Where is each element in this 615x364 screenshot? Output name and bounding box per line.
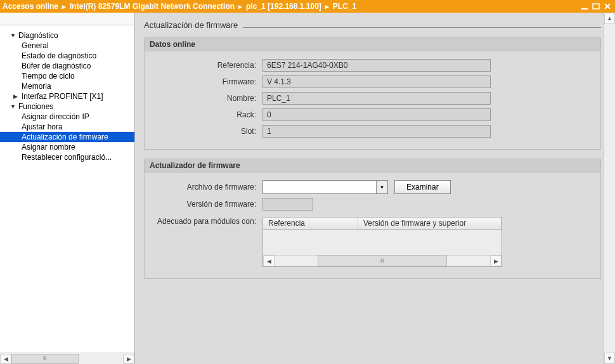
content-area: Actualización de firmware Datos online R… (135, 13, 615, 364)
scroll-up-button[interactable]: ▲ (604, 13, 615, 24)
tree-node-firmware[interactable]: Actualización de firmware (0, 132, 134, 142)
grid-hscroll[interactable]: ◀ Ⅲ ▶ (263, 255, 502, 266)
field-firmware: V 4.1.3 (262, 75, 491, 88)
grid-body (263, 230, 502, 255)
tree-label: Asignar nombre (22, 143, 75, 152)
scroll-right-button[interactable]: ▶ (490, 256, 502, 266)
breadcrumb: Accesos online ▸ Intel(R) 82579LM Gigabi… (3, 2, 579, 11)
label-archivo: Archivo de firmware: (155, 183, 262, 192)
tree-label: Asignar dirección IP (22, 112, 89, 121)
title-bar: Accesos online ▸ Intel(R) 82579LM Gigabi… (0, 0, 615, 13)
tree-label: Actualización de firmware (22, 133, 108, 141)
tree-node-ciclo[interactable]: Tiempo de ciclo (0, 71, 134, 81)
label-adecuado: Adecuado para módulos con: (155, 214, 262, 226)
grid-header: Referencia Versión de firmware y superio… (263, 218, 502, 230)
grid-col-referencia[interactable]: Referencia (263, 218, 358, 229)
tree-node-profinet[interactable]: ▶ Interfaz PROFINET [X1] (0, 91, 134, 101)
scroll-track[interactable]: Ⅲ (275, 256, 490, 266)
scroll-left-button[interactable]: ◀ (263, 256, 275, 266)
breadcrumb-item: plc_1 [192.168.1.100] (246, 2, 321, 11)
browse-button[interactable]: Examinar (394, 180, 451, 194)
minimize-button[interactable] (579, 2, 590, 11)
label-version: Versión de firmware: (155, 200, 262, 209)
tree-node-ip[interactable]: Asignar dirección IP (0, 112, 134, 122)
panel-header-online: Datos online (144, 37, 601, 51)
label-firmware: Firmware: (155, 77, 262, 86)
tree-label: General (22, 41, 49, 50)
collapse-icon: ▼ (10, 32, 16, 39)
svg-rect-0 (581, 8, 588, 10)
sidebar: ▼ Diagnóstico General Estado de diagnóst… (0, 13, 135, 364)
grid-col-version[interactable]: Versión de firmware y superior (358, 218, 502, 229)
tree-node-general[interactable]: General (0, 41, 134, 51)
tree-node-nombre[interactable]: Asignar nombre (0, 142, 134, 152)
tree-label: Memoria (22, 82, 51, 91)
tree-label: Diagnóstico (18, 31, 58, 40)
tree-label: Interfaz PROFINET [X1] (22, 92, 103, 101)
breadcrumb-item: Accesos online (3, 2, 58, 11)
scroll-thumb[interactable]: Ⅲ (11, 354, 79, 364)
label-slot: Slot: (155, 127, 262, 136)
tree-label: Ajustar hora (22, 122, 63, 131)
modules-grid: Referencia Versión de firmware y superio… (262, 217, 502, 267)
sidebar-header (0, 13, 134, 25)
scroll-left-button[interactable]: ◀ (0, 354, 11, 364)
scroll-down-button[interactable]: ▼ (604, 353, 615, 364)
nav-tree: ▼ Diagnóstico General Estado de diagnóst… (0, 25, 134, 353)
tree-label: Estado de diagnóstico (22, 51, 96, 60)
restore-button[interactable] (591, 2, 601, 11)
title-divider (243, 27, 601, 28)
field-rack: 0 (262, 108, 491, 121)
scroll-track[interactable] (604, 24, 615, 353)
firmware-updater-panel: Actualizador de firmware Archivo de firm… (144, 159, 601, 279)
tree-node-memoria[interactable]: Memoria (0, 81, 134, 91)
online-data-panel: Datos online Referencia: 6ES7 214-1AG40-… (144, 37, 601, 150)
expand-icon: ▶ (13, 93, 20, 100)
label-nombre: Nombre: (155, 94, 262, 103)
page-title: Actualización de firmware (144, 20, 238, 30)
chevron-right-icon: ▸ (238, 3, 242, 11)
collapse-icon: ▼ (10, 103, 16, 110)
close-button[interactable] (602, 2, 612, 11)
svg-rect-1 (593, 4, 599, 9)
dropdown-icon[interactable]: ▼ (376, 181, 387, 193)
breadcrumb-item: PLC_1 (333, 2, 356, 11)
scroll-track[interactable]: Ⅲ (11, 354, 123, 364)
label-referencia: Referencia: (155, 61, 262, 70)
window-controls (579, 2, 612, 11)
chevron-right-icon: ▸ (325, 3, 329, 11)
sidebar-hscroll[interactable]: ◀ Ⅲ ▶ (0, 353, 134, 364)
content-vscroll[interactable]: ▲ ▼ (604, 13, 615, 364)
field-referencia: 6ES7 214-1AG40-0XB0 (262, 59, 491, 72)
tree-node-diagnostico[interactable]: ▼ Diagnóstico (0, 30, 134, 41)
breadcrumb-item: Intel(R) 82579LM Gigabit Network Connect… (70, 2, 235, 11)
tree-node-hora[interactable]: Ajustar hora (0, 122, 134, 132)
field-nombre: PLC_1 (262, 92, 491, 105)
label-rack: Rack: (155, 110, 262, 119)
tree-node-reset[interactable]: Restablecer configuració... (0, 152, 134, 162)
field-version (262, 198, 313, 211)
tree-label: Restablecer configuració... (22, 153, 112, 162)
tree-node-funciones[interactable]: ▼ Funciones (0, 101, 134, 112)
chevron-right-icon: ▸ (62, 3, 66, 11)
firmware-file-input[interactable] (263, 181, 376, 193)
field-slot: 1 (262, 125, 491, 138)
tree-label: Tiempo de ciclo (22, 72, 75, 81)
scroll-thumb[interactable]: Ⅲ (318, 256, 447, 266)
tree-label: Búfer de diagnóstico (22, 62, 91, 70)
scroll-right-button[interactable]: ▶ (123, 354, 134, 364)
firmware-file-combo[interactable]: ▼ (262, 180, 388, 194)
panel-header-updater: Actualizador de firmware (144, 159, 601, 172)
tree-node-bufer[interactable]: Búfer de diagnóstico (0, 61, 134, 71)
tree-node-estado[interactable]: Estado de diagnóstico (0, 51, 134, 61)
tree-label: Funciones (18, 102, 53, 111)
